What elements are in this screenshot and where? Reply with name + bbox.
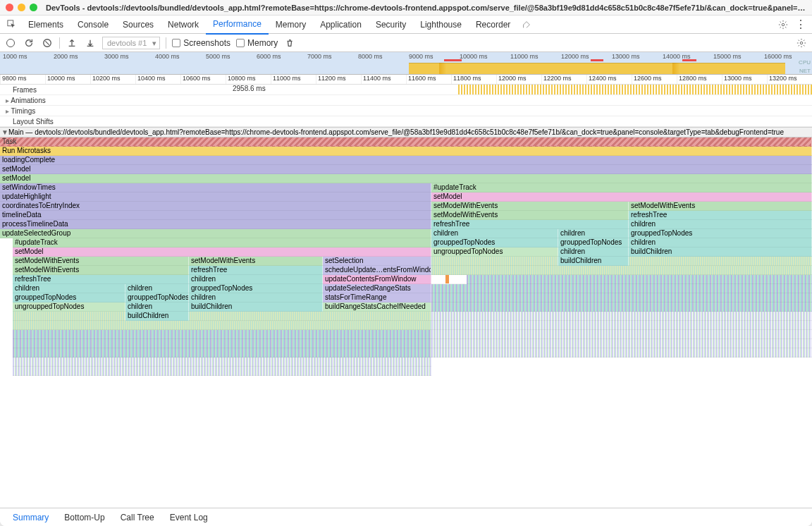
settings-icon[interactable]	[777, 18, 789, 31]
flame-entry[interactable]: setSelection	[323, 257, 431, 266]
flame-noise[interactable]	[431, 321, 812, 330]
flame-entry[interactable]: refreshTree	[629, 211, 812, 220]
flame-entry[interactable]: scheduleUpdate…entsFromWindow	[323, 266, 431, 275]
capture-settings-icon[interactable]	[795, 37, 808, 49]
flame-entry[interactable]: loadingComplete	[0, 156, 812, 165]
flame-noise[interactable]	[13, 357, 431, 367]
flame-entry[interactable]: setModel	[13, 247, 431, 257]
profile-selector[interactable]: devtools #1	[102, 37, 160, 49]
flame-entry[interactable]: setModel	[0, 165, 812, 174]
flame-entry[interactable]: buildChildren	[189, 302, 323, 312]
flame-entry[interactable]: setWindowTimes	[0, 183, 431, 192]
tab-bottom-up[interactable]: Bottom-Up	[57, 509, 111, 526]
tab-network[interactable]: Network	[161, 16, 206, 34]
flame-entry[interactable]: buildChildren	[558, 257, 629, 266]
timeline-overview[interactable]: 1000 ms2000 ms3000 ms4000 ms5000 ms6000 …	[0, 52, 812, 75]
flame-entry[interactable]: Run Microtasks	[0, 147, 812, 156]
flame-noise[interactable]	[629, 257, 812, 266]
tab-lighthouse[interactable]: Lighthouse	[413, 16, 469, 34]
flame-entry[interactable]: children	[558, 247, 629, 257]
flame-entry[interactable]: children	[629, 220, 812, 229]
flame-noise[interactable]	[13, 312, 125, 321]
flame-entry[interactable]: #updateTrack	[431, 183, 812, 192]
tab-recorder[interactable]: Recorder	[469, 16, 517, 34]
track-layout-shifts[interactable]: Layout Shifts	[0, 116, 812, 127]
tab-sources[interactable]: Sources	[116, 16, 161, 34]
upload-profile-button[interactable]	[66, 37, 78, 49]
flame-noise[interactable]	[431, 257, 558, 266]
flame-noise[interactable]	[431, 302, 812, 312]
flame-entry[interactable]: statsForTimeRange	[323, 293, 431, 302]
flame-entry[interactable]: timelineData	[0, 211, 431, 220]
minimize-window-button[interactable]	[18, 4, 25, 11]
flame-entry[interactable]: refreshTree	[189, 266, 323, 275]
reload-record-button[interactable]	[23, 37, 35, 49]
flame-noise[interactable]	[431, 348, 812, 357]
flame-noise[interactable]	[13, 339, 431, 348]
track-timings[interactable]: Timings	[0, 106, 812, 116]
flame-noise[interactable]	[13, 321, 431, 330]
garbage-collect-button[interactable]	[283, 37, 296, 49]
flame-noise[interactable]	[467, 275, 812, 284]
tab-security[interactable]: Security	[369, 16, 413, 34]
flame-entry[interactable]: ungrouppedTopNodes	[13, 302, 125, 312]
record-button[interactable]	[4, 37, 17, 49]
flame-entry[interactable]: updateSelectedRangeStats	[323, 284, 431, 293]
close-window-button[interactable]	[6, 4, 13, 11]
flame-noise[interactable]	[13, 330, 431, 339]
tab-call-tree[interactable]: Call Tree	[113, 509, 161, 526]
flame-entry[interactable]: setModel	[431, 192, 812, 202]
flame-noise[interactable]	[431, 275, 467, 284]
flame-entry[interactable]: coordinatesToEntryIndex	[0, 202, 431, 211]
flame-entry[interactable]: setModelWithEvents	[629, 202, 812, 211]
more-menu-icon[interactable]: ⋮	[789, 18, 812, 31]
main-thread-header[interactable]: Main — devtools://devtools/bundled/devto…	[0, 127, 812, 137]
tab-application[interactable]: Application	[313, 16, 369, 34]
flame-entry[interactable]: refreshTree	[13, 275, 189, 284]
flame-entry[interactable]: children	[431, 229, 558, 238]
flame-entry[interactable]: children	[125, 302, 189, 312]
flame-entry[interactable]: setModel	[0, 174, 812, 183]
flame-entry[interactable]: updateHighlight	[0, 192, 431, 202]
flame-noise[interactable]	[431, 312, 812, 321]
flame-noise[interactable]	[431, 339, 812, 348]
inspect-element-icon[interactable]	[6, 18, 18, 31]
tab-summary[interactable]: Summary	[6, 509, 56, 526]
flame-entry[interactable]: children	[189, 293, 323, 302]
flame-entry[interactable]: children	[558, 229, 629, 238]
flame-noise[interactable]	[13, 348, 431, 357]
flame-entry[interactable]: children	[629, 238, 812, 247]
flame-entry[interactable]: updateSelectedGroup	[0, 229, 431, 238]
flame-entry[interactable]: setModelWithEvents	[13, 266, 189, 275]
clear-button[interactable]	[41, 37, 54, 49]
flame-entry[interactable]: setModelWithEvents	[189, 257, 323, 266]
flame-entry[interactable]: refreshTree	[431, 220, 629, 229]
flame-entry[interactable]: children	[125, 284, 189, 293]
flame-entry[interactable]: buildChildren	[629, 247, 812, 257]
flame-entry[interactable]: children	[189, 275, 323, 284]
flame-noise[interactable]	[431, 266, 812, 275]
flame-entry[interactable]: #updateTrack	[13, 238, 431, 247]
track-animations[interactable]: Animations	[0, 95, 812, 106]
flame-noise[interactable]	[431, 330, 812, 339]
flame-entry[interactable]: processTimelineData	[0, 220, 431, 229]
download-profile-button[interactable]	[84, 37, 97, 49]
tab-elements[interactable]: Elements	[21, 16, 70, 34]
maximize-window-button[interactable]	[30, 4, 37, 11]
flame-entry[interactable]: buildChildren	[125, 312, 189, 321]
flame-entry[interactable]: grouppedTopNodes	[431, 238, 558, 247]
flame-noise[interactable]	[13, 367, 431, 376]
flame-task[interactable]: Task	[0, 137, 812, 147]
flame-entry[interactable]: ungrouppedTopNodes	[431, 247, 558, 257]
flame-noise[interactable]	[431, 284, 812, 293]
track-frames[interactable]: Frames 2958.6 ms	[0, 85, 812, 95]
flame-entry[interactable]: grouppedTopNodes	[189, 284, 323, 293]
flame-entry[interactable]: grouppedTopNodes	[629, 229, 812, 238]
flame-entry[interactable]: children	[13, 284, 125, 293]
flame-entry[interactable]: grouppedTopNodes	[13, 293, 125, 302]
flame-entry[interactable]: grouppedTopNodes	[558, 238, 629, 247]
tab-event-log[interactable]: Event Log	[163, 509, 215, 526]
flame-entry[interactable]: updateContentsFromWindow	[323, 275, 431, 284]
tab-memory[interactable]: Memory	[269, 16, 313, 34]
flame-entry[interactable]: setModelWithEvents	[431, 211, 629, 220]
